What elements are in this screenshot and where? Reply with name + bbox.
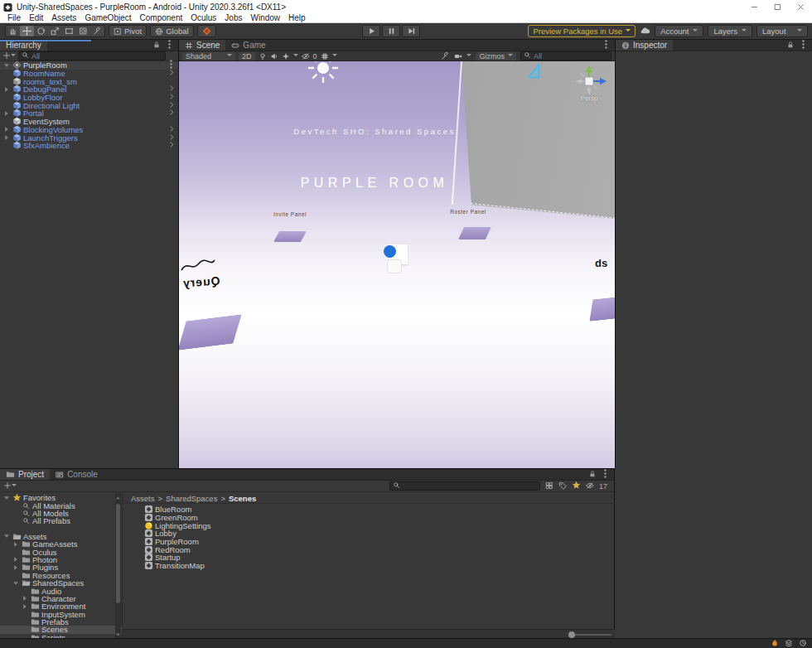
expand-icon[interactable] (21, 595, 28, 602)
expand-icon[interactable] (2, 110, 10, 117)
expand-icon[interactable] (2, 86, 10, 93)
expand-icon[interactable] (12, 556, 19, 563)
directional-light-gizmo-icon[interactable] (305, 61, 341, 86)
lock-icon[interactable] (786, 41, 795, 51)
folder-item-oculus[interactable]: Oculus (0, 548, 122, 555)
asset-purpleroom[interactable]: PurpleRoom (123, 538, 615, 546)
grid-visibility-icon[interactable] (321, 52, 329, 60)
step-button[interactable] (402, 25, 420, 37)
camera-dropdown-arrow[interactable] (466, 51, 471, 60)
custom-tool[interactable] (90, 26, 104, 36)
menu-file[interactable]: File (3, 13, 25, 22)
global-toggle[interactable]: Global (150, 25, 193, 37)
favorites-item-all-prefabs[interactable]: All Prefabs (0, 517, 122, 525)
grid-dropdown-arrow[interactable] (332, 51, 337, 60)
expand-icon[interactable] (12, 564, 19, 571)
icon-size-slider[interactable] (568, 634, 611, 636)
kebab-menu-icon[interactable] (165, 40, 174, 51)
auto-lighting-icon[interactable] (771, 639, 779, 648)
create-button[interactable] (2, 51, 16, 61)
shading-mode-dropdown[interactable]: Shaded (182, 52, 235, 60)
maximize-button[interactable] (766, 0, 789, 13)
2d-toggle[interactable]: 2D (239, 52, 255, 60)
menu-help[interactable]: Help (284, 13, 310, 22)
hidden-packages-icon[interactable] (586, 481, 594, 491)
menu-gameobject[interactable]: GameObject (80, 13, 135, 22)
gizmos-dropdown[interactable]: Gizmos (476, 52, 516, 60)
hierarchy-item-sfxambience[interactable]: SfxAmbience (0, 142, 178, 150)
open-prefab-chevron[interactable] (168, 141, 176, 150)
hidden-objects-icon[interactable] (302, 52, 310, 60)
play-button[interactable] (362, 25, 380, 37)
plugin-button[interactable] (197, 25, 216, 37)
menu-edit[interactable]: Edit (25, 13, 47, 22)
expand-icon[interactable] (12, 541, 19, 548)
collapse-icon[interactable] (2, 495, 10, 501)
breadcrumb-scenes[interactable]: Scenes (229, 494, 256, 503)
scene-effects-icon[interactable] (282, 52, 290, 60)
pause-button[interactable] (382, 25, 400, 37)
expand-icon[interactable] (2, 134, 10, 141)
minimize-button[interactable] (742, 0, 766, 13)
hierarchy-search-input[interactable]: All (18, 51, 166, 60)
kebab-menu-icon[interactable] (799, 40, 808, 51)
tab-scene[interactable]: Scene (179, 40, 225, 51)
collapse-icon[interactable] (12, 580, 19, 587)
open-prefab-chevron[interactable] (168, 69, 176, 78)
tab-inspector[interactable]: Inspector (616, 40, 673, 51)
perspective-label[interactable]: Persp (566, 94, 612, 102)
pivot-toggle[interactable]: Pivot (109, 25, 147, 37)
collapse-icon[interactable] (2, 62, 10, 69)
scene-lighting-icon[interactable] (259, 52, 267, 60)
menu-window[interactable]: Window (246, 13, 284, 22)
tree-scrollbar[interactable] (115, 493, 121, 639)
expand-icon[interactable] (21, 603, 28, 610)
create-button[interactable] (3, 481, 17, 491)
project-search-input[interactable] (389, 481, 540, 491)
scene-camera-icon[interactable] (454, 52, 462, 60)
transform-tool[interactable] (76, 26, 90, 36)
menu-assets[interactable]: Assets (47, 13, 80, 22)
scene-viewport[interactable]: DevTech SHO: Shared Spaces PURPLE ROOM I… (179, 61, 615, 468)
cloud-icon[interactable] (640, 26, 650, 36)
menu-oculus[interactable]: Oculus (186, 13, 220, 22)
asset-transitionmap[interactable]: TransitionMap (123, 562, 615, 570)
layers-dropdown[interactable]: Layers (708, 25, 752, 37)
activity-icon[interactable] (799, 639, 807, 648)
tab-game[interactable]: Game (225, 40, 271, 51)
cache-layers-icon[interactable] (785, 639, 793, 648)
save-search-icon[interactable] (572, 481, 581, 491)
hand-tool[interactable] (6, 26, 20, 36)
rotate-tool[interactable] (34, 26, 48, 36)
effects-dropdown-arrow[interactable] (293, 51, 298, 60)
probe-gizmo-icon[interactable] (527, 63, 540, 79)
scene-audio-icon[interactable] (270, 52, 278, 60)
rect-tool[interactable] (62, 26, 76, 36)
lock-icon[interactable] (152, 41, 161, 51)
expand-icon[interactable] (2, 126, 10, 133)
kebab-menu-icon[interactable] (601, 469, 610, 480)
layout-dropdown[interactable]: Layout (756, 25, 808, 37)
open-prefab-chevron[interactable] (168, 109, 176, 118)
folder-item-photon[interactable]: Photon (0, 556, 122, 563)
menu-jobs[interactable]: Jobs (220, 13, 246, 22)
account-dropdown[interactable]: Account (655, 25, 703, 37)
tab-project[interactable]: Project (0, 469, 50, 480)
preview-packages-button[interactable]: Preview Packages in Use (528, 25, 636, 37)
scene-search-input[interactable]: All (520, 51, 611, 60)
component-tools-icon[interactable] (441, 51, 450, 60)
move-tool[interactable] (20, 26, 34, 36)
close-button[interactable] (789, 0, 812, 13)
breadcrumb-sharedspaces[interactable]: SharedSpaces (166, 494, 217, 503)
search-by-type-icon[interactable] (545, 481, 553, 491)
search-by-label-icon[interactable] (558, 481, 567, 491)
kebab-menu-icon[interactable] (602, 40, 611, 51)
lock-icon[interactable] (588, 470, 597, 480)
tab-console[interactable]: Console (50, 469, 104, 480)
asset-lightingsettings[interactable]: LightingSettings (123, 521, 615, 530)
scale-tool[interactable] (48, 26, 62, 36)
collapse-icon[interactable] (2, 533, 10, 539)
breadcrumb-assets[interactable]: Assets (131, 494, 155, 503)
menu-component[interactable]: Component (136, 13, 187, 22)
folder-item-gameassets[interactable]: GameAssets (0, 540, 122, 548)
